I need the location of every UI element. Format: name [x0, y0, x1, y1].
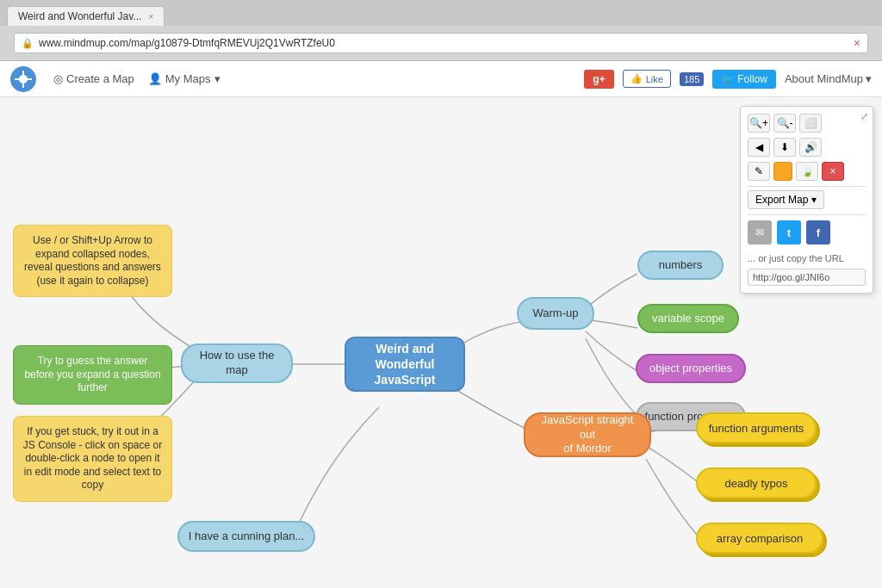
my-maps-link[interactable]: 👤 My Maps ▾: [148, 72, 220, 85]
email-icon: ✉: [755, 226, 764, 238]
twitter-icon: t: [787, 226, 791, 239]
close-button[interactable]: ×: [822, 162, 844, 181]
email-share-button[interactable]: ✉: [748, 220, 772, 244]
warm-up-node[interactable]: Warm-up: [517, 297, 594, 330]
header-nav: ◎ Create a Map 👤 My Maps ▾: [53, 72, 567, 85]
svg-point-0: [19, 75, 28, 84]
edit-button[interactable]: ✎: [748, 162, 770, 181]
zoom-out-button[interactable]: 🔍-: [773, 114, 796, 133]
array-comparison-node[interactable]: array comparison: [696, 523, 823, 554]
address-clear-icon[interactable]: ×: [854, 36, 860, 50]
logo: [10, 66, 36, 92]
export-button[interactable]: Export Map ▾: [748, 190, 824, 209]
note-3-node[interactable]: If you get stuck, try it out in a JS Con…: [13, 416, 172, 502]
cunning-plan-node[interactable]: I have a cunning plan...: [177, 521, 315, 552]
note-2-node[interactable]: Try to guess the answer before you expan…: [13, 345, 172, 405]
export-row: Export Map ▾: [748, 190, 866, 209]
twitter-follow-button[interactable]: 🐦 Follow: [712, 70, 776, 89]
variable-scope-node[interactable]: variable scope: [637, 304, 739, 333]
center-node[interactable]: Weird and Wonderful JavaScript: [345, 337, 465, 392]
toolbar-row-1: 🔍+ 🔍- ⬜: [748, 114, 866, 133]
color-button[interactable]: [773, 162, 792, 181]
download-button[interactable]: ⬇: [773, 138, 796, 157]
twitter-share-button[interactable]: t: [777, 220, 801, 244]
browser-tab[interactable]: Weird and Wonderful Jav... ×: [7, 6, 165, 26]
numbers-node[interactable]: numbers: [637, 251, 724, 280]
leaf-button[interactable]: 🍃: [796, 162, 818, 181]
tab-close-icon[interactable]: ×: [148, 12, 153, 22]
copy-url-label: ... or just copy the URL: [748, 250, 866, 265]
how-to-use-node[interactable]: How to use the map: [181, 344, 293, 383]
divider-1: [748, 186, 866, 187]
function-arguments-node[interactable]: function arguments: [696, 412, 817, 443]
toolbar-row-3: ✎ 🍃 ×: [748, 162, 866, 181]
share-url-input[interactable]: [748, 269, 866, 286]
facebook-like-button[interactable]: 👍 Like: [623, 70, 671, 88]
header-right: g+ 👍 Like 185 🐦 Follow About MindMup ▾: [584, 70, 872, 89]
audio-button[interactable]: 🔊: [799, 138, 822, 157]
address-input[interactable]: [39, 37, 848, 49]
divider-2: [748, 214, 866, 215]
facebook-share-button[interactable]: f: [806, 220, 830, 244]
mind-map-canvas: Use / or Shift+Up Arrow to expand collap…: [0, 97, 882, 588]
facebook-icon: f: [817, 226, 820, 239]
mordor-node[interactable]: JavaScript straight out of Mordor: [524, 412, 651, 457]
fullscreen-button[interactable]: ⬜: [799, 114, 822, 133]
page-icon: 🔒: [22, 38, 34, 49]
create-map-link[interactable]: ◎ Create a Map: [53, 72, 134, 85]
zoom-in-button[interactable]: 🔍+: [748, 114, 770, 133]
share-row: ✉ t f: [748, 220, 866, 244]
object-properties-node[interactable]: object properties: [636, 354, 746, 383]
google-plus-button[interactable]: g+: [584, 70, 613, 89]
back-button[interactable]: ◀: [748, 138, 770, 157]
toolbar-panel: ⤢ 🔍+ 🔍- ⬜ ◀ ⬇ 🔊 ✎ 🍃 × Export Map ▾ ✉: [740, 106, 873, 294]
like-count: 185: [680, 72, 704, 86]
toolbar-row-2: ◀ ⬇ 🔊: [748, 138, 866, 157]
about-link[interactable]: About MindMup ▾: [785, 72, 872, 85]
note-1-node[interactable]: Use / or Shift+Up Arrow to expand collap…: [13, 225, 172, 297]
app-header: ◎ Create a Map 👤 My Maps ▾ g+ 👍 Like 185…: [0, 61, 882, 97]
tab-title: Weird and Wonderful Jav...: [18, 10, 141, 22]
deadly-typos-node[interactable]: deadly typos: [696, 467, 817, 498]
minimize-icon[interactable]: ⤢: [860, 111, 868, 122]
